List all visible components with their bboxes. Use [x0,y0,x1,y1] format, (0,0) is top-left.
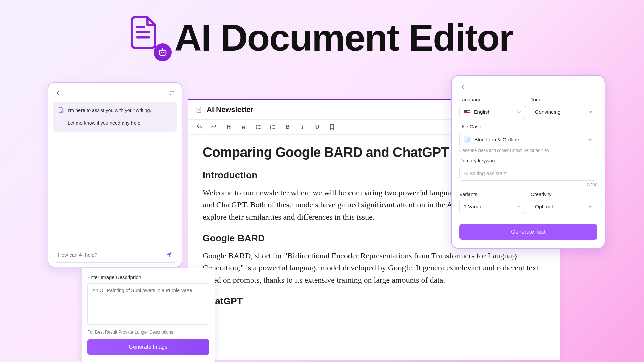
svg-point-10 [62,111,63,112]
back-arrow-icon[interactable] [459,84,467,91]
assistant-line-1: I'm here to assist you with your writing… [68,106,151,115]
svg-point-9 [62,111,62,112]
back-arrow-icon[interactable] [54,89,62,97]
keyword-input[interactable] [459,166,597,181]
keyword-label: Primary keyword [459,158,597,163]
numbered-list-icon[interactable]: 123 [269,123,277,131]
variants-label: Variants [459,191,526,197]
chat-input[interactable] [58,252,162,258]
file-icon [195,106,203,113]
tone-value: Convincing [535,109,561,115]
keyword-counter: 0/200 [459,183,597,187]
bookmark-icon[interactable] [328,123,336,131]
chevron-down-icon [516,204,522,209]
chevron-down-icon [588,137,593,142]
chevron-down-icon [588,109,593,115]
variants-value: 1 Variant [464,204,484,210]
tone-label: Tone [531,97,597,102]
assistant-line-2: Let me know if you need any help. [68,119,151,128]
usecase-value: Blog Idea & Outline [474,137,519,143]
generate-text-button[interactable]: Generate Text [459,224,597,240]
heading1-button[interactable]: H [225,123,233,131]
chevron-down-icon [588,204,593,209]
svg-point-8 [61,111,64,113]
settings-panel: Language English Tone Convincing Use Cas… [451,75,605,249]
image-description-hint: For Best Result Provide Longer Descripti… [87,329,209,335]
image-description-input[interactable] [87,283,209,325]
flag-icon [464,110,470,114]
creativity-label: Creativity [531,191,597,197]
assistant-message: I'm here to assist you with your writing… [53,102,177,132]
language-value: English [474,109,491,115]
usecase-select[interactable]: Blog Idea & Outline [459,132,597,147]
svg-point-7 [162,48,163,49]
robot-icon [154,43,172,61]
hero-title: AI Document Editor [174,16,513,59]
svg-point-5 [163,52,165,53]
underline-button[interactable]: U [313,123,321,131]
language-label: Language [459,97,526,102]
hero-logo [131,16,165,59]
doc-bard-body: Google BARD, short for "Bidirectional En… [203,250,545,286]
tone-select[interactable]: Convincing [531,105,597,119]
svg-point-4 [161,52,162,53]
svg-point-15 [256,128,257,129]
assistant-avatar-icon [58,107,64,113]
svg-point-14 [256,127,257,128]
doc-gpt-heading: ChatGPT [203,296,545,307]
chevron-down-icon [516,109,522,115]
document-title: AI Newsletter [207,105,253,114]
svg-text:3: 3 [270,128,271,130]
image-gen-panel: Enter Image Description For Best Result … [82,268,215,362]
italic-button[interactable]: I [299,123,307,131]
language-select[interactable]: English [459,105,526,119]
undo-icon[interactable] [195,123,203,131]
generate-image-button[interactable]: Generate Image [87,339,209,355]
hero: AI Document Editor [0,0,644,59]
send-icon[interactable] [165,250,173,259]
chat-input-row [53,247,177,263]
document-icon [131,16,157,49]
heading2-button[interactable]: H [239,123,248,131]
variants-select[interactable]: 1 Variant [459,200,526,214]
creativity-select[interactable]: Optimal [531,200,597,214]
usecase-helper: Generate ideas and content structure for… [459,148,597,153]
svg-point-13 [256,125,257,126]
bold-button[interactable]: B [284,123,292,131]
redo-icon[interactable] [210,123,218,131]
svg-rect-3 [159,50,166,55]
usecase-icon [464,136,471,143]
usecase-label: Use Case [459,124,597,129]
chat-bubble-icon[interactable] [168,89,176,97]
creativity-value: Optimal [535,204,553,210]
bullet-list-icon[interactable] [254,123,262,131]
image-description-label: Enter Image Description [87,274,209,280]
chat-panel: I'm here to assist you with your writing… [48,82,182,267]
